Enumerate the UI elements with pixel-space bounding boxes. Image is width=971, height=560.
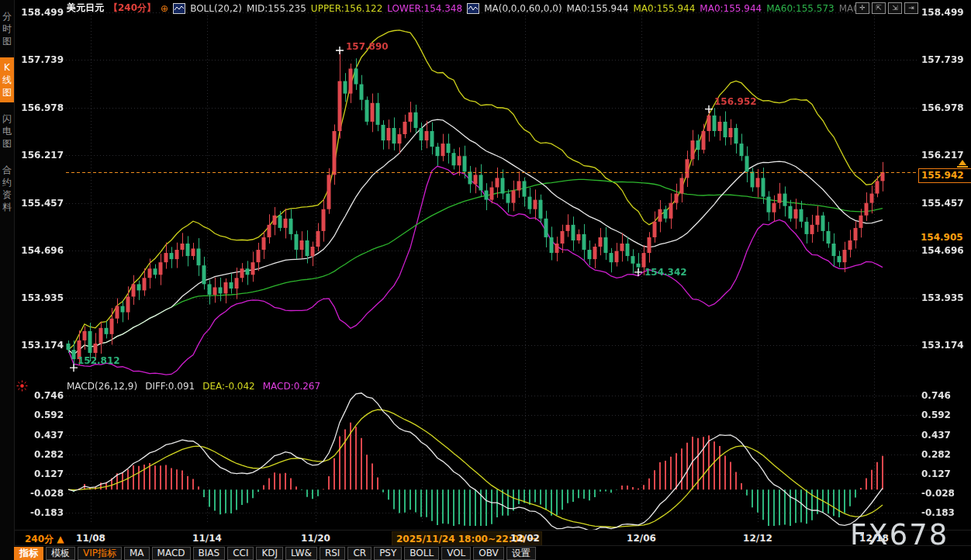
macd-label: MACD(26,12,9) [67, 381, 137, 392]
ma0-white-value: MA0:155.944 [567, 3, 629, 14]
toolbar-button-MACD[interactable]: MACD [152, 547, 191, 560]
price-axis-label-right: 156.978 [921, 102, 969, 113]
sidebar-item-4[interactable]: 合约资料 [0, 160, 14, 217]
price-axis-label-left: 153.174 [16, 340, 64, 351]
toolbar-button-指标[interactable]: 指标 [14, 547, 43, 560]
price-axis-label-right: 154.696 [921, 245, 969, 256]
x-axis-label: 11/14 [180, 533, 234, 544]
price-axis-label-right: 155.457 [921, 198, 969, 209]
period-label[interactable]: 【240分】 [109, 2, 156, 15]
ma0-magenta-value: MA0:155.944 [700, 3, 762, 14]
period-badge[interactable]: 240分 ▲ [25, 533, 64, 546]
symbol-name: 美元日元 [67, 2, 104, 15]
macd-macd-value: MACD:0.267 [263, 381, 320, 392]
sidebar-item-2[interactable]: K线图 [0, 57, 14, 102]
ma60-value: MA60:155.573 [766, 3, 835, 14]
x-axis-label: 12/12 [731, 533, 785, 544]
price-alert-flag-base [957, 166, 968, 168]
macd-axis-label-left: -0.028 [16, 488, 64, 499]
macd-axis-label-right: -0.028 [921, 488, 969, 499]
left-sidebar: 分时图K线图闪电图合约资料 [0, 0, 15, 560]
toolbar-button-VOL[interactable]: VOL [441, 547, 471, 560]
boll-indicator-icon[interactable] [173, 3, 185, 14]
boll-lower-value: LOWER:154.348 [387, 3, 462, 14]
x-axis-label: 12/06 [614, 533, 669, 544]
price-axis-label-left: 156.217 [16, 150, 64, 161]
high-annotation-2: 156.952 [714, 96, 757, 107]
macd-dea-value: DEA:-0.042 [202, 381, 255, 392]
low-annotation-mid: 154.342 [644, 267, 687, 278]
macd-axis-label-left: 0.437 [16, 430, 64, 441]
toolbar-button-LW&[interactable]: LW& [285, 547, 317, 560]
toolbar-button-BIAS[interactable]: BIAS [193, 547, 226, 560]
chart-header-legend: 美元日元 【240分】 ⊕ BOLL(20,2) MID:155.235 UPP… [67, 2, 862, 14]
price-axis-label-left: 154.696 [16, 245, 64, 256]
price-axis-label-left: 157.739 [16, 54, 64, 65]
toolbar-button-设置[interactable]: 设置 [506, 547, 536, 560]
x-axis-row: 240分 ▲ 2025/11/24 18:00~22:00 一 11/0811/… [14, 530, 971, 546]
toolbar-button-RSI[interactable]: RSI [320, 547, 346, 560]
macd-diff-value: DIFF:0.091 [145, 381, 195, 392]
macd-legend: MACD(26,12,9) DIFF:0.091 DEA:-0.042 MACD… [67, 381, 320, 392]
toolbar-button-CR[interactable]: CR [347, 547, 371, 560]
last-price-tag: 155.942 [918, 168, 971, 183]
add-indicator-icon[interactable]: ⊕ [161, 3, 168, 14]
macd-axis-label-left: 0.127 [16, 468, 64, 479]
macd-axis-label-right: 0.437 [921, 430, 969, 441]
toolbar-button-MA[interactable]: MA [124, 547, 150, 560]
zoom-in-icon[interactable]: ⇱ [872, 2, 886, 14]
price-axis-label-left: 158.499 [16, 7, 64, 18]
watermark: FX678 [850, 518, 949, 551]
price-axis-label-left: 153.935 [16, 292, 64, 303]
toolbar-button-VIP指标[interactable]: VIP指标 [78, 547, 122, 560]
price-axis-label-right: 156.217 [921, 150, 969, 161]
price-axis-label-right: 153.935 [921, 292, 969, 303]
price-axis-label-right: 158.499 [921, 7, 969, 18]
indicator-marker-icon[interactable] [16, 380, 28, 395]
price-alert-flag-icon[interactable] [959, 160, 966, 165]
ma-label: MA(0,0,0,60,0,0) [484, 3, 562, 14]
prev-price-tag: 154.905 [918, 231, 970, 244]
price-axis-label-left: 156.978 [16, 102, 64, 113]
high-annotation-1: 157.890 [346, 41, 389, 52]
price-axis-label-right: 157.739 [921, 54, 969, 65]
boll-upper-value: UPPER:156.122 [311, 3, 382, 14]
crosshair-icon[interactable]: ✛ [855, 2, 869, 14]
price-axis-label-left: 155.457 [16, 198, 64, 209]
price-axis-label-right: 153.174 [921, 340, 969, 351]
low-annotation-start: 152.812 [78, 355, 120, 366]
sidebar-item-1[interactable]: 分时图 [0, 6, 14, 51]
x-axis-label: 12/02 [498, 533, 552, 544]
toolbar-button-模板[interactable]: 模板 [46, 547, 75, 560]
toolbar-button-PSY[interactable]: PSY [374, 547, 402, 560]
toolbar-button-KDJ[interactable]: KDJ [256, 547, 283, 560]
macd-axis-label-right: 0.746 [921, 390, 969, 401]
macd-axis-label-right: 0.127 [921, 468, 969, 479]
macd-axis-label-right: -0.183 [921, 507, 969, 518]
macd-axis-label-left: -0.183 [16, 507, 64, 518]
pan-right-icon[interactable]: ⇥ [904, 2, 918, 14]
x-axis-label: 11/08 [64, 533, 118, 544]
sidebar-item-3[interactable]: 闪电图 [0, 109, 14, 154]
macd-axis-label-left: 0.282 [16, 449, 64, 460]
macd-axis-label-right: 0.282 [921, 449, 969, 460]
x-axis-label: 11/20 [289, 533, 343, 544]
macd-axis-label-right: 0.592 [921, 410, 969, 420]
boll-label: BOLL(20,2) [190, 3, 242, 14]
toolbar-button-BOLL[interactable]: BOLL [404, 547, 439, 560]
ma-indicator-icon[interactable] [467, 3, 479, 14]
toolbar-button-OBV[interactable]: OBV [473, 547, 504, 560]
chart-tool-buttons: ✛⇱⇲⇥ [855, 2, 918, 14]
indicator-toolbar: 指标模板VIP指标MAMACDBIASCCIKDJLW&RSICRPSYBOLL… [14, 545, 971, 560]
zoom-out-icon[interactable]: ⇲ [888, 2, 902, 14]
boll-mid-value: MID:155.235 [247, 3, 306, 14]
macd-axis-label-left: 0.592 [16, 410, 64, 420]
ma0-yellow-value: MA0:155.944 [633, 3, 695, 14]
toolbar-button-CCI[interactable]: CCI [227, 547, 254, 560]
price-chart-canvas[interactable] [0, 0, 971, 560]
